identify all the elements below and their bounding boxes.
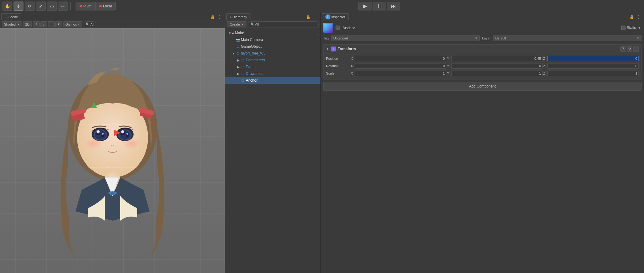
rotate-tool-button[interactable]: ↻ bbox=[25, 2, 35, 11]
static-checkbox[interactable] bbox=[621, 26, 625, 30]
object-enabled-checkbox[interactable] bbox=[336, 26, 340, 30]
static-dropdown-arrow[interactable]: ▼ bbox=[637, 26, 642, 30]
pause-button[interactable]: ⏸ bbox=[373, 2, 386, 10]
transform-more-button[interactable]: ⋮ bbox=[633, 46, 639, 52]
pivot-button[interactable]: Pivot bbox=[76, 2, 96, 10]
transform-settings-button[interactable]: ⚙ bbox=[627, 46, 632, 52]
hierarchy-tab[interactable]: ≡ Hierarchy bbox=[226, 13, 250, 20]
position-x-label: X bbox=[351, 57, 354, 60]
position-y-input[interactable] bbox=[451, 56, 543, 61]
position-z-input[interactable] bbox=[547, 56, 639, 61]
scene-panel-lock-button[interactable]: 🔒 bbox=[209, 14, 216, 20]
shaded-arrow-icon: ▼ bbox=[17, 23, 20, 26]
hierarchy-item-hiyori[interactable]: ▼ ⬡ hiyori_free_t05 bbox=[225, 50, 320, 57]
rotation-y-input[interactable] bbox=[451, 63, 543, 69]
hierarchy-search-field[interactable]: 🔍 All bbox=[248, 21, 319, 27]
shaded-dropdown[interactable]: Shaded ▼ bbox=[2, 21, 22, 27]
hierarchy-item-anchor[interactable]: ▶ ⬡ Anchor bbox=[225, 77, 320, 84]
layer-dropdown[interactable]: Default ▼ bbox=[493, 35, 642, 41]
layer-value: Default bbox=[495, 36, 506, 40]
scene-panel-menu-button[interactable]: ⋮ bbox=[216, 14, 222, 20]
transform-expand-arrow[interactable]: ▼ bbox=[326, 47, 329, 51]
scale-z-label: Z bbox=[543, 71, 547, 75]
hierarchy-item-parts[interactable]: ▶ ⬡ Parts bbox=[225, 63, 320, 70]
rect-tool-button[interactable]: ▭ bbox=[47, 2, 57, 11]
tag-arrow-icon: ▼ bbox=[475, 37, 477, 40]
scene-icon: ● bbox=[232, 31, 234, 35]
audio-icon-button[interactable]: ♪ bbox=[40, 21, 47, 27]
transform-help-button[interactable]: ? bbox=[620, 46, 626, 52]
rotation-x-input[interactable] bbox=[355, 63, 446, 69]
play-controls: ▶ ⏸ ⏭ bbox=[358, 2, 400, 10]
tag-dropdown[interactable]: Untagged ▼ bbox=[331, 35, 480, 41]
hierarchy-item-parameters[interactable]: ▶ ⬡ Parameters bbox=[225, 57, 320, 63]
scale-tool-button[interactable]: ⤢ bbox=[36, 2, 46, 11]
hierarchy-search-icon: 🔍 bbox=[250, 22, 254, 26]
create-button[interactable]: Create ▼ bbox=[227, 21, 246, 27]
rotation-y-group: Y bbox=[447, 63, 543, 69]
scale-y-input[interactable] bbox=[451, 71, 543, 76]
hand-tool-button[interactable]: ✋ bbox=[2, 2, 12, 11]
hierarchy-menu-button[interactable]: ⋮ bbox=[312, 14, 318, 20]
svg-point-19 bbox=[126, 133, 128, 135]
inspector-body: Anchor Static ▼ Tag Untagged ▼ Layer Def… bbox=[321, 20, 644, 273]
local-button[interactable]: Local bbox=[96, 2, 116, 10]
inspector-end-buttons: 🔒 ⋮ bbox=[629, 14, 643, 20]
lighting-icon-button[interactable]: ☀ bbox=[33, 21, 40, 27]
create-label: Create bbox=[230, 22, 240, 26]
play-button[interactable]: ▶ bbox=[358, 2, 372, 10]
pivot-local-group: Pivot Local bbox=[76, 2, 116, 10]
hierarchy-list: ▼ ● Main* ⋮ ▶ 📷 Main Camera ▶ ⬡ bbox=[225, 28, 320, 273]
scene-hash-icon: ⊞ bbox=[5, 15, 7, 19]
add-component-label: Add Component bbox=[469, 84, 496, 88]
parameters-label: Parameters bbox=[246, 58, 265, 62]
hierarchy-item-main-camera[interactable]: ▶ 📷 Main Camera bbox=[225, 36, 320, 43]
hierarchy-item-gameobject[interactable]: ▶ ⬡ GameObject bbox=[225, 43, 320, 50]
hierarchy-lock-button[interactable]: 🔒 bbox=[305, 14, 311, 20]
move-tool-button[interactable]: ✛ bbox=[14, 2, 23, 11]
scale-z-input[interactable] bbox=[547, 71, 639, 76]
inspector-tab[interactable]: i Inspector bbox=[322, 13, 349, 20]
scene-tab[interactable]: ⊞ Scene bbox=[1, 13, 21, 20]
position-x-input[interactable] bbox=[355, 56, 446, 61]
toolbar-separator-1 bbox=[70, 2, 71, 10]
hiyori-label: hiyori_free_t05 bbox=[241, 51, 265, 55]
hierarchy-item-main-scene[interactable]: ▼ ● Main* ⋮ bbox=[225, 30, 320, 36]
transform-tool-button[interactable]: ⊹ bbox=[58, 2, 68, 11]
main-camera-label: Main Camera bbox=[241, 38, 263, 42]
params-icon: ⬡ bbox=[241, 58, 245, 62]
scene-view-icons: ☀ ♪ ⬛ ▼ bbox=[33, 21, 62, 27]
2d-button[interactable]: 2D bbox=[23, 21, 32, 27]
gizmos-dropdown[interactable]: Gizmos ▼ bbox=[63, 21, 82, 27]
scene-search-field[interactable]: 🔍 All bbox=[84, 21, 96, 27]
hierarchy-item-drawables[interactable]: ▶ ⬡ Drawables bbox=[225, 70, 320, 77]
layer-label: Layer bbox=[482, 36, 491, 40]
hierarchy-panel: ≡ Hierarchy 🔒 ⋮ Create ▼ 🔍 All ▼ bbox=[225, 12, 321, 273]
inspector-lock-button[interactable]: 🔒 bbox=[629, 14, 635, 20]
scale-x-group: X bbox=[351, 71, 446, 76]
character-svg bbox=[26, 42, 199, 273]
transform-icon: ⊹ bbox=[331, 47, 336, 51]
rotation-z-label: Z bbox=[543, 64, 547, 68]
scene-viewport[interactable] bbox=[0, 28, 225, 273]
tag-label: Tag bbox=[323, 36, 329, 40]
hierarchy-toolbar: Create ▼ 🔍 All bbox=[225, 20, 320, 28]
rotation-z-input[interactable] bbox=[547, 63, 639, 69]
scale-x-input[interactable] bbox=[355, 71, 446, 76]
inspector-info-icon: i bbox=[325, 14, 330, 19]
svg-point-21 bbox=[122, 138, 141, 149]
svg-point-10 bbox=[101, 135, 104, 137]
gameobj-icon: ⬡ bbox=[236, 44, 240, 49]
hiyori-expand-arrow: ▼ bbox=[231, 51, 236, 55]
scene-panel: ⊞ Scene 🔒 ⋮ Shaded ▼ 2D ☀ ♪ ⬛ ▼ bbox=[0, 12, 225, 273]
scene-tab-bar: ⊞ Scene 🔒 ⋮ bbox=[0, 12, 225, 20]
step-button[interactable]: ⏭ bbox=[387, 2, 400, 10]
svg-point-11 bbox=[97, 130, 100, 133]
hierarchy-icon: ≡ bbox=[230, 15, 232, 18]
effects2-icon-button[interactable]: ▼ bbox=[55, 21, 62, 27]
scale-row: Scale X Y Z bbox=[326, 70, 639, 77]
add-component-button[interactable]: Add Component bbox=[323, 82, 642, 91]
effects-icon-button[interactable]: ⬛ bbox=[48, 21, 55, 27]
position-y-group: Y bbox=[447, 56, 543, 61]
inspector-menu-button[interactable]: ⋮ bbox=[635, 14, 642, 20]
